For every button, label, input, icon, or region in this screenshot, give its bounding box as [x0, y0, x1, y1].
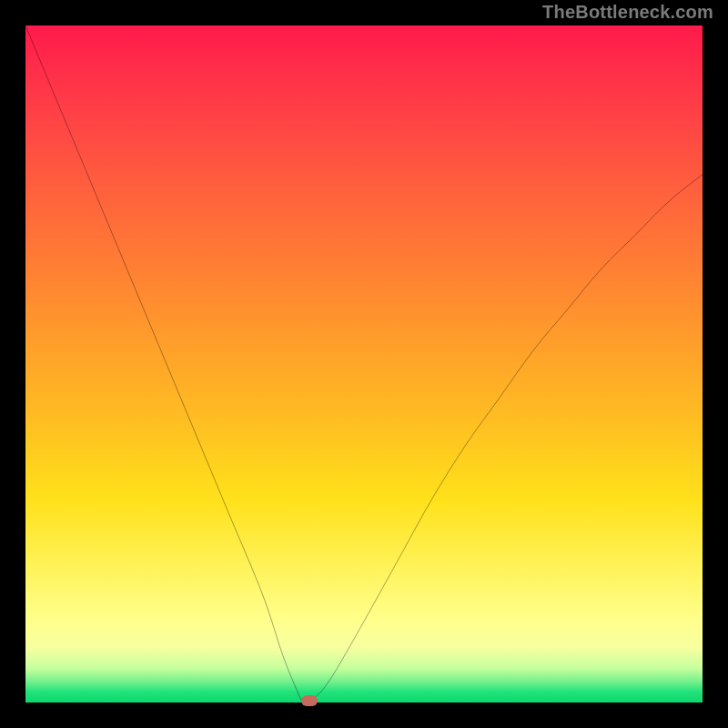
curve-path	[25, 25, 703, 703]
optimal-point-marker	[301, 695, 318, 706]
bottleneck-curve	[25, 25, 703, 703]
watermark-text: TheBottleneck.com	[542, 2, 713, 23]
chart-frame: TheBottleneck.com	[0, 0, 728, 728]
